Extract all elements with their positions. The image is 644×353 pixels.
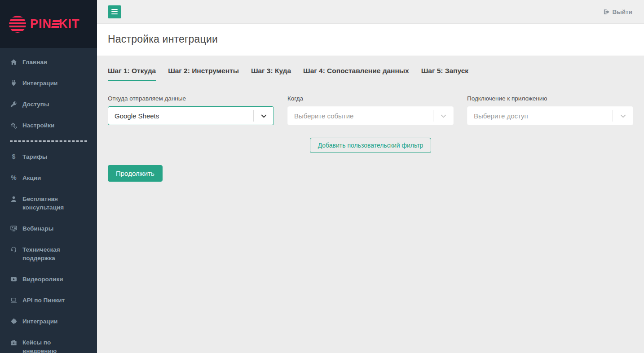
- title-band: Настройка интеграции: [97, 24, 644, 56]
- sidebar-item-label: Техническая поддержка: [22, 245, 84, 262]
- continue-button[interactable]: Продолжить: [108, 165, 163, 182]
- topbar: Выйти: [97, 0, 644, 24]
- sidebar-item-api[interactable]: API по Пинкит: [0, 290, 97, 311]
- tab-step3-kuda[interactable]: Шаг 3: Куда: [251, 67, 291, 81]
- logo-part2: KIT: [59, 17, 80, 31]
- sidebar-item-vebinary[interactable]: Вебинары: [0, 218, 97, 239]
- chevron-down-icon[interactable]: [254, 113, 273, 119]
- step-tabs: Шаг 1: Откуда Шаг 2: Инструменты Шаг 3: …: [108, 67, 633, 81]
- sidebar-item-label: Акции: [22, 174, 41, 182]
- pinkit-logo-icon: [9, 16, 26, 33]
- sidebar-item-label: Вебинары: [22, 224, 53, 233]
- main-area: Выйти Настройка интеграции Шаг 1: Откуда…: [97, 0, 644, 353]
- laptop-icon: [10, 296, 18, 304]
- content: Шаг 1: Откуда Шаг 2: Инструменты Шаг 3: …: [97, 56, 644, 353]
- connection-select-placeholder: Выберите доступ: [468, 112, 613, 120]
- form-row: Откуда отправляем данные Google Sheets К…: [108, 95, 633, 125]
- sign-out-icon: [603, 9, 610, 15]
- webinar-icon: [10, 225, 18, 232]
- field-source: Откуда отправляем данные Google Sheets: [108, 95, 274, 125]
- headset-icon: [10, 246, 18, 253]
- video-icon: [10, 275, 18, 283]
- sidebar-item-nastroyki[interactable]: Настройки: [0, 115, 97, 136]
- pinkit-logo-text: PIN KIT: [30, 17, 80, 31]
- sidebar-item-dostupy[interactable]: Доступы: [0, 94, 97, 115]
- event-select[interactable]: Выберите событие: [287, 106, 454, 125]
- plug-icon: [10, 79, 18, 87]
- filter-row: Добавить пользовательский фильтр: [108, 138, 633, 153]
- sidebar-item-tarify[interactable]: $ Тарифы: [0, 146, 97, 167]
- tab-step4-sopostavlenie[interactable]: Шаг 4: Сопоставление данных: [303, 67, 409, 81]
- sidebar-item-label: Настройки: [22, 121, 54, 130]
- field-connection: Подключение к приложению Выберите доступ: [467, 95, 633, 125]
- sidebar-item-label: Интеграции: [22, 79, 57, 87]
- percent-icon: %: [10, 174, 18, 182]
- sidebar-item-label: Главная: [22, 58, 47, 66]
- sidebar-item-akcii[interactable]: % Акции: [0, 167, 97, 188]
- sidebar-item-podderzhka[interactable]: Техническая поддержка: [0, 239, 97, 269]
- sidebar-item-videoroliki[interactable]: Видеоролики: [0, 269, 97, 290]
- field-source-label: Откуда отправляем данные: [108, 95, 274, 102]
- key-icon: [10, 100, 18, 108]
- sidebar-item-glavnaya[interactable]: Главная: [0, 52, 97, 73]
- sidebar-item-label: Тарифы: [22, 153, 47, 161]
- sidebar-item-konsultaciya[interactable]: Бесплатная консультация: [0, 188, 97, 218]
- chevron-down-icon[interactable]: [433, 113, 453, 119]
- chevron-down-icon[interactable]: [613, 113, 633, 119]
- sidebar: PIN KIT Главная Интеграции Доступы Настр…: [0, 0, 97, 353]
- sidebar-item-label: Доступы: [22, 100, 49, 109]
- puzzle-icon: [10, 318, 18, 325]
- briefcase-icon: [10, 339, 18, 346]
- add-custom-filter-button[interactable]: Добавить пользовательский фильтр: [310, 138, 432, 153]
- field-event: Когда Выберите событие: [287, 95, 454, 125]
- continue-row: Продолжить: [108, 165, 633, 182]
- tab-step1-otkuda[interactable]: Шаг 1: Откуда: [108, 67, 156, 81]
- connection-select[interactable]: Выберите доступ: [467, 106, 633, 125]
- sidebar-item-keysy[interactable]: Кейсы по внедрению: [0, 332, 97, 353]
- field-event-label: Когда: [287, 95, 454, 102]
- source-select[interactable]: Google Sheets: [108, 106, 274, 125]
- sidebar-item-integracii-2[interactable]: Интеграции: [0, 311, 97, 332]
- sidebar-item-label: Видеоролики: [22, 275, 63, 283]
- field-connection-label: Подключение к приложению: [467, 95, 633, 102]
- sidebar-item-integracii[interactable]: Интеграции: [0, 73, 97, 94]
- sidebar-item-label: Бесплатная консультация: [22, 195, 84, 212]
- user-icon: [10, 195, 18, 203]
- sidebar-divider: [10, 140, 87, 142]
- logout-label: Выйти: [613, 9, 633, 15]
- logout-button[interactable]: Выйти: [603, 9, 633, 15]
- sidebar-item-label: Интеграции: [22, 317, 57, 326]
- page-title: Настройка интеграции: [108, 33, 633, 45]
- home-icon: [10, 58, 18, 66]
- tab-step2-instrumenty[interactable]: Шаг 2: Инструменты: [168, 67, 239, 81]
- gears-icon: [10, 122, 18, 129]
- pinkit-logo[interactable]: PIN KIT: [0, 0, 97, 48]
- event-select-placeholder: Выберите событие: [288, 112, 433, 120]
- source-select-value: Google Sheets: [108, 112, 253, 120]
- sidebar-toggle-button[interactable]: [108, 5, 121, 18]
- sidebar-item-label: API по Пинкит: [22, 296, 65, 305]
- dollar-icon: $: [10, 153, 18, 161]
- logo-part1: PIN: [30, 17, 52, 31]
- sidebar-item-label: Кейсы по внедрению: [22, 338, 84, 353]
- sidebar-nav: Главная Интеграции Доступы Настройки $ Т…: [0, 48, 97, 353]
- tab-step5-zapusk[interactable]: Шаг 5: Запуск: [421, 67, 468, 81]
